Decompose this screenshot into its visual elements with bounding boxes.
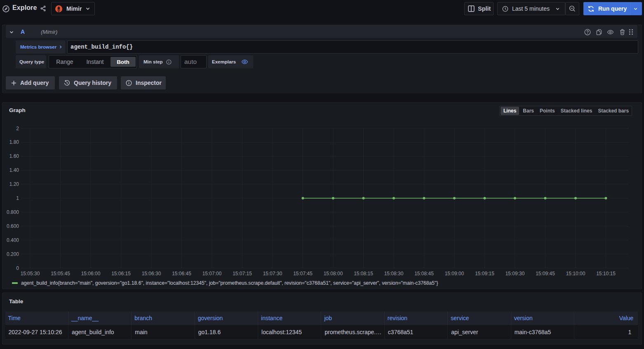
- svg-text:15:05:30: 15:05:30: [21, 271, 40, 276]
- svg-text:15:08:30: 15:08:30: [384, 271, 404, 276]
- svg-text:15:07:00: 15:07:00: [202, 271, 222, 276]
- svg-text:15:06:15: 15:06:15: [111, 271, 131, 276]
- svg-text:15:06:45: 15:06:45: [172, 271, 191, 276]
- svg-text:15:06:00: 15:06:00: [81, 271, 101, 276]
- svg-text:0: 0: [16, 265, 19, 271]
- svg-text:15:07:30: 15:07:30: [263, 271, 282, 276]
- svg-text:15:10:00: 15:10:00: [566, 271, 585, 276]
- svg-text:15:09:45: 15:09:45: [536, 271, 555, 276]
- svg-text:15:09:30: 15:09:30: [505, 271, 525, 276]
- svg-text:15:08:45: 15:08:45: [414, 271, 434, 276]
- svg-text:0.600: 0.600: [7, 223, 19, 229]
- svg-text:15:08:00: 15:08:00: [324, 271, 343, 276]
- svg-text:0.800: 0.800: [7, 209, 19, 215]
- svg-text:0.400: 0.400: [7, 237, 19, 243]
- svg-text:15:09:15: 15:09:15: [475, 271, 494, 276]
- svg-text:1.20: 1.20: [9, 181, 19, 187]
- svg-text:0.200: 0.200: [7, 251, 19, 257]
- svg-text:1.60: 1.60: [9, 153, 19, 159]
- svg-text:15:05:45: 15:05:45: [51, 271, 70, 276]
- svg-text:15:07:45: 15:07:45: [293, 271, 313, 276]
- svg-text:15:10:15: 15:10:15: [596, 271, 616, 276]
- svg-text:1.80: 1.80: [9, 139, 19, 145]
- svg-text:15:06:30: 15:06:30: [142, 271, 161, 276]
- svg-text:15:09:00: 15:09:00: [445, 271, 464, 276]
- svg-text:1: 1: [16, 195, 19, 201]
- svg-text:1.40: 1.40: [9, 167, 19, 173]
- svg-text:2: 2: [16, 126, 19, 131]
- svg-text:15:08:15: 15:08:15: [354, 271, 373, 276]
- svg-text:15:07:15: 15:07:15: [233, 271, 252, 276]
